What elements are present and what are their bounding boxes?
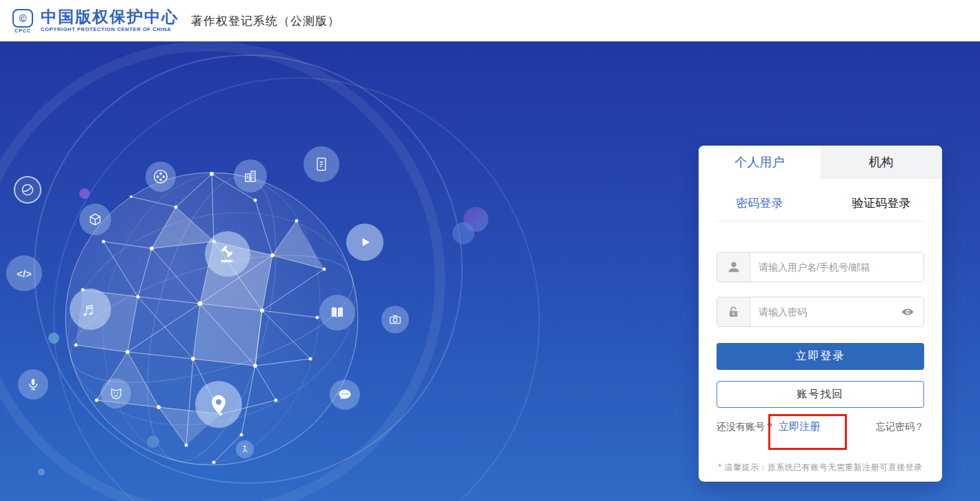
building-icon (234, 159, 267, 193)
user-icon (717, 253, 750, 282)
code-icon: </> (6, 255, 42, 291)
user-type-tabs: 个人用户 机构 (699, 146, 942, 179)
password-input-group (717, 297, 924, 327)
mask-icon (101, 378, 131, 409)
compass-icon (14, 176, 41, 204)
logo-name-en: COPYRIGHT PROTECTION CENTER OF CHINA (41, 26, 179, 32)
account-recover-button[interactable]: 账号找回 (717, 381, 924, 408)
forgot-password-link[interactable]: 忘记密码？ (876, 421, 924, 433)
gavel-icon (205, 231, 250, 277)
chat-icon (330, 380, 360, 410)
login-button[interactable]: 立即登录 (717, 343, 924, 370)
top-header: © CPCC 中国版权保护中心 COPYRIGHT PROTECTION CEN… (0, 0, 980, 41)
system-title: 著作权登记系统（公测版） (191, 13, 340, 29)
links-row: 还没有账号？ 立即注册 忘记密码？ (717, 420, 924, 433)
mic-icon (18, 369, 48, 400)
cpcc-logo[interactable]: © CPCC 中国版权保护中心 COPYRIGHT PROTECTION CEN… (10, 9, 179, 33)
tab-personal-user[interactable]: 个人用户 (699, 146, 821, 179)
bokeh-dot (38, 469, 45, 475)
register-link[interactable]: 立即注册 (779, 420, 820, 433)
copyright-symbol-icon: © (12, 9, 33, 28)
hero-banner: </> ♬ (0, 41, 980, 501)
book-icon (319, 295, 355, 331)
cpcc-logo-icon: © CPCC (10, 9, 36, 33)
username-input-group (717, 252, 924, 282)
logo-name-zh: 中国版权保护中心 (41, 9, 179, 25)
tabs-divider (717, 221, 924, 222)
username-input[interactable] (750, 253, 923, 282)
login-card: 个人用户 机构 密码登录 验证码登录 (699, 146, 942, 482)
no-account-text: 还没有账号？ (717, 421, 774, 433)
film-reel-icon (146, 161, 176, 192)
camera-icon (381, 306, 409, 333)
tab-organization[interactable]: 机构 (821, 146, 943, 179)
bokeh-dot (48, 333, 59, 344)
bokeh-dot (79, 188, 90, 199)
tip-text: * 温馨提示：原系统已有账号无需重新注册可直接登录 (699, 462, 942, 473)
location-pin-icon (195, 381, 242, 428)
cpcc-badge: CPCC (10, 28, 36, 33)
bokeh-dot (147, 435, 159, 448)
music-icon: ♬ (70, 288, 111, 330)
document-icon (303, 146, 339, 182)
login-method-tabs: 密码登录 验证码登录 (699, 195, 942, 211)
bokeh-dot (452, 222, 474, 244)
skater-icon (236, 440, 254, 458)
play-icon (346, 224, 383, 261)
login-form: 立即登录 账号找回 还没有账号？ 立即注册 忘记密码？ (699, 252, 942, 433)
tab-code-login[interactable]: 验证码登录 (821, 195, 943, 211)
tab-password-login[interactable]: 密码登录 (699, 195, 821, 211)
lock-icon (717, 297, 750, 326)
password-input[interactable] (750, 297, 900, 326)
cube-icon (79, 204, 111, 235)
toggle-password-visibility-icon[interactable] (900, 297, 923, 326)
